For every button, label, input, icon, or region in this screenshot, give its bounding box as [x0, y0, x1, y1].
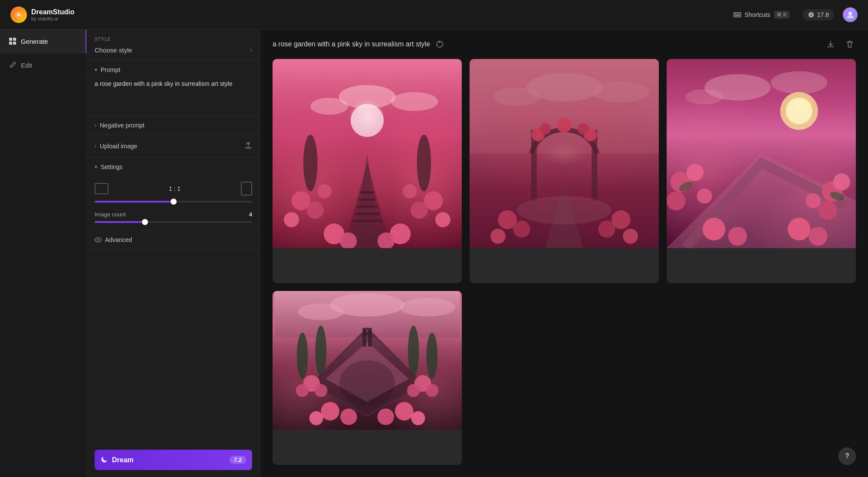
image-card-3[interactable]: [667, 59, 856, 283]
dream-section: Dream 7.2: [87, 443, 260, 477]
delete-button[interactable]: [844, 38, 856, 50]
svg-point-73: [809, 227, 828, 246]
keyboard-icon: [733, 11, 741, 19]
dream-credit-badge: 7.2: [230, 456, 246, 464]
refresh-button[interactable]: [435, 40, 444, 49]
edit-icon: [9, 61, 16, 69]
svg-point-90: [314, 384, 327, 397]
svg-point-14: [97, 239, 99, 241]
main-layout: Generate Edit Style Choose style › ▾ Pro…: [0, 29, 868, 477]
image-count-slider-thumb[interactable]: [142, 219, 148, 225]
svg-rect-9: [9, 38, 12, 41]
top-navigation: DreamStudio by stability.ai Shortcuts ⌘ …: [0, 0, 868, 29]
svg-point-82: [408, 326, 419, 376]
svg-point-83: [427, 333, 438, 379]
prompt-textarea[interactable]: a rose garden with a pink sky in surreal…: [87, 79, 260, 114]
svg-point-29: [284, 212, 299, 227]
svg-point-92: [407, 384, 420, 397]
rose-scene-1: [273, 59, 462, 248]
image-card-4[interactable]: [273, 291, 462, 465]
shortcuts-button[interactable]: Shortcuts ⌘ K: [729, 8, 794, 21]
upload-left: › Upload image: [95, 143, 137, 150]
svg-point-71: [728, 227, 747, 246]
user-avatar[interactable]: [843, 7, 858, 22]
svg-point-61: [786, 98, 812, 124]
style-section: Style Choose style ›: [87, 29, 260, 60]
aspect-ratio-slider-thumb[interactable]: [171, 199, 177, 205]
svg-rect-10: [13, 38, 16, 41]
svg-point-20: [303, 134, 318, 191]
svg-point-78: [298, 304, 344, 320]
prompt-chevron-icon: ▾: [95, 67, 97, 73]
app-tagline: by stability.ai: [31, 16, 75, 21]
negative-prompt-label: Negative prompt: [100, 122, 145, 129]
upload-chevron-icon: ›: [95, 143, 96, 149]
svg-point-98: [309, 411, 323, 425]
sidebar-tabs: Generate Edit: [0, 29, 87, 477]
image-count-value: 4: [249, 211, 252, 218]
svg-rect-12: [13, 42, 16, 45]
image-card-1[interactable]: [273, 59, 462, 283]
download-icon: [826, 40, 835, 49]
aspect-ratio-area: 1 : 1: [95, 182, 252, 196]
image-grid: [260, 59, 868, 477]
advanced-section[interactable]: Advanced: [87, 230, 260, 250]
trash-icon: [845, 40, 854, 49]
help-button[interactable]: ?: [838, 448, 856, 465]
upload-section[interactable]: › Upload image: [87, 135, 260, 157]
rose-scene-3: [667, 59, 856, 248]
image-3: [667, 59, 856, 248]
svg-point-89: [296, 384, 309, 397]
app-logo: [10, 7, 27, 23]
svg-point-81: [316, 326, 327, 376]
image-count-slider[interactable]: [95, 221, 252, 223]
download-button[interactable]: [825, 38, 837, 50]
aspect-ratio-portrait-icon: [241, 182, 252, 196]
advanced-inner: Advanced: [95, 236, 252, 243]
prompt-section: ▾ Prompt a rose garden with a pink sky i…: [87, 60, 260, 116]
negative-prompt-header[interactable]: › Negative prompt: [87, 116, 260, 135]
prompt-header[interactable]: ▾ Prompt: [87, 60, 260, 79]
svg-point-64: [667, 191, 686, 210]
image-count-row: Image count 4: [95, 211, 252, 218]
svg-rect-6: [736, 15, 739, 16]
style-label: Style: [95, 36, 252, 42]
svg-rect-1: [734, 13, 741, 17]
header-actions: [825, 38, 856, 50]
kbd-key: K: [783, 12, 787, 18]
content-title-row: a rose garden with a pink sky in surreal…: [273, 40, 444, 49]
svg-point-69: [806, 193, 821, 209]
tab-generate-label: Generate: [21, 38, 48, 45]
svg-point-33: [435, 212, 450, 227]
shortcuts-label: Shortcuts: [745, 11, 770, 18]
svg-point-96: [377, 408, 394, 425]
prompt-label: Prompt: [101, 66, 120, 73]
svg-rect-22: [360, 191, 375, 193]
svg-point-80: [297, 333, 308, 379]
svg-point-8: [848, 12, 852, 15]
image-card-2[interactable]: [470, 59, 659, 283]
svg-rect-3: [736, 13, 738, 14]
svg-point-65: [697, 189, 712, 204]
svg-rect-24: [357, 206, 378, 208]
svg-point-42: [592, 82, 649, 102]
kbd-modifier: ⌘: [776, 12, 782, 18]
refresh-icon: [435, 40, 444, 49]
svg-rect-25: [355, 212, 380, 215]
tab-edit[interactable]: Edit: [0, 53, 86, 77]
style-selector[interactable]: Choose style ›: [95, 45, 252, 55]
settings-header[interactable]: ▾ Settings: [87, 157, 260, 176]
aspect-ratio-landscape-icon: [95, 183, 108, 194]
svg-rect-39: [470, 59, 659, 154]
svg-point-17: [310, 98, 348, 114]
content-title: a rose garden with a pink sky in surreal…: [273, 40, 430, 48]
svg-point-21: [417, 134, 431, 191]
dream-button[interactable]: Dream 7.2: [95, 450, 252, 470]
svg-point-54: [490, 229, 506, 244]
aspect-ratio-slider[interactable]: [95, 201, 252, 203]
image-count-slider-fill: [95, 221, 142, 223]
moon-icon: [101, 456, 108, 464]
tab-generate[interactable]: Generate: [0, 29, 86, 53]
svg-point-28: [306, 202, 323, 219]
svg-point-18: [391, 92, 438, 111]
